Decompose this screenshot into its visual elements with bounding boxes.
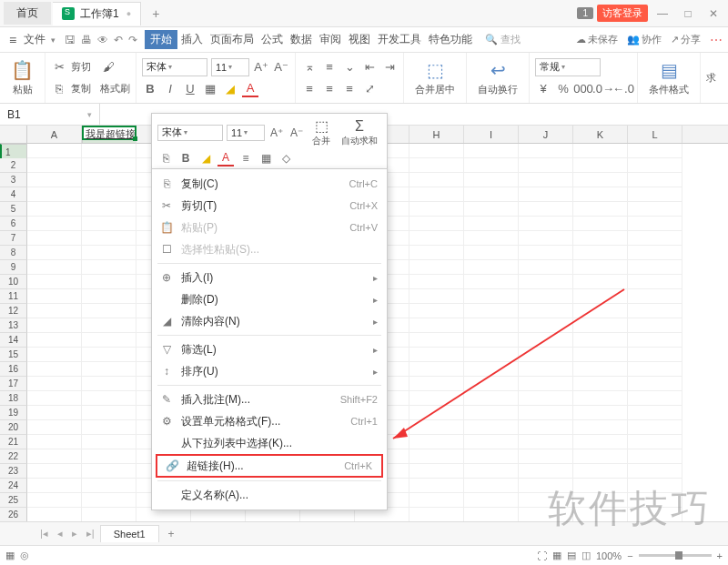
cell[interactable] <box>410 464 464 479</box>
view-reading-icon[interactable]: ◫ <box>581 550 591 561</box>
cell[interactable] <box>573 406 628 420</box>
share-button[interactable]: ↗分享 <box>671 33 701 46</box>
cell[interactable] <box>82 464 136 479</box>
cell[interactable] <box>27 173 82 187</box>
mini-autosum-button[interactable]: Σ自动求和 <box>338 118 381 147</box>
cell[interactable] <box>82 144 136 158</box>
cell[interactable] <box>82 479 136 493</box>
mini-font-size[interactable]: 11▾ <box>227 125 265 141</box>
active-cell[interactable]: 我是超链接 <box>82 126 136 140</box>
font-name-select[interactable]: 宋体▾ <box>142 58 207 76</box>
cell[interactable] <box>410 406 464 420</box>
context-menu-item[interactable]: 从下拉列表中选择(K)... <box>152 432 387 454</box>
decrease-decimal-icon[interactable]: ←.0 <box>615 81 632 97</box>
cell[interactable] <box>628 377 682 391</box>
cell[interactable] <box>410 304 464 318</box>
cell[interactable] <box>464 202 519 217</box>
row-header[interactable]: 2 <box>0 158 27 173</box>
cell[interactable] <box>410 508 464 521</box>
row-header[interactable]: 12 <box>0 304 27 318</box>
cell[interactable] <box>573 144 628 158</box>
cut-label[interactable]: 剪切 <box>71 60 91 74</box>
cell[interactable] <box>410 289 464 304</box>
cell[interactable] <box>519 260 573 275</box>
zoom-slider[interactable] <box>639 554 712 557</box>
mini-decrease-font-icon[interactable]: A⁻ <box>288 125 305 141</box>
cell[interactable] <box>27 187 82 202</box>
merge-button[interactable]: ⬚合并居中 <box>410 59 460 96</box>
cell[interactable] <box>410 187 464 202</box>
cell[interactable] <box>27 391 82 406</box>
cell[interactable] <box>410 202 464 217</box>
cell[interactable] <box>573 231 628 246</box>
cell[interactable] <box>628 275 682 289</box>
cell[interactable] <box>628 391 682 406</box>
row-header[interactable]: 21 <box>0 435 27 449</box>
cell[interactable] <box>82 318 136 333</box>
row-header[interactable]: 22 <box>0 449 27 464</box>
cell[interactable] <box>410 246 464 260</box>
format-painter-label[interactable]: 格式刷 <box>100 82 130 96</box>
cell[interactable] <box>519 348 573 362</box>
document-tab[interactable]: 工作簿1 ● <box>53 2 141 25</box>
context-menu-item[interactable]: ✂剪切(T)Ctrl+X <box>152 195 387 217</box>
cell[interactable] <box>27 479 82 493</box>
row-header[interactable]: 4 <box>0 187 27 202</box>
redo-icon[interactable]: ↷ <box>128 34 137 46</box>
context-menu-item[interactable]: ✎插入批注(M)...Shift+F2 <box>152 388 387 410</box>
status-mode-icon[interactable]: ▦ <box>5 550 15 561</box>
cell[interactable] <box>464 173 519 187</box>
context-menu-item[interactable]: ▽筛选(L)▸ <box>152 338 387 360</box>
fill-handle[interactable] <box>133 136 137 141</box>
cell[interactable] <box>27 464 82 479</box>
tab-special[interactable]: 特色功能 <box>425 30 476 49</box>
copy-label[interactable]: 复制 <box>71 82 91 96</box>
cell[interactable] <box>628 260 682 275</box>
cell[interactable] <box>573 158 628 173</box>
col-header[interactable]: H <box>410 126 464 143</box>
cell[interactable] <box>464 493 519 508</box>
context-menu-item[interactable]: ⎘复制(C)Ctrl+C <box>152 173 387 195</box>
cell[interactable] <box>82 275 136 289</box>
context-menu-item[interactable]: 删除(D)▸ <box>152 288 387 310</box>
cell[interactable] <box>27 377 82 391</box>
context-menu-item[interactable]: ↕排序(U)▸ <box>152 360 387 382</box>
cell[interactable] <box>573 464 628 479</box>
cell[interactable] <box>410 391 464 406</box>
currency-icon[interactable]: ¥ <box>535 81 551 97</box>
align-right-icon[interactable]: ≡ <box>341 81 358 97</box>
notification-badge[interactable]: 1 <box>577 7 593 19</box>
cell[interactable] <box>82 289 136 304</box>
cell[interactable] <box>573 289 628 304</box>
cell[interactable] <box>519 202 573 217</box>
hamburger-icon[interactable]: ≡ <box>5 33 20 47</box>
sheet-tab[interactable]: Sheet1 <box>100 525 159 542</box>
cell[interactable] <box>82 260 136 275</box>
cell[interactable] <box>519 333 573 348</box>
underline-icon[interactable]: U <box>182 81 198 97</box>
row-header[interactable]: 19 <box>0 406 27 420</box>
row-header[interactable]: 24 <box>0 479 27 493</box>
cell[interactable] <box>519 464 573 479</box>
cell[interactable] <box>464 246 519 260</box>
cell[interactable] <box>82 348 136 362</box>
cell[interactable] <box>519 144 573 158</box>
sheet-nav-next-icon[interactable]: ▸ <box>68 528 81 540</box>
more-icon[interactable]: ⋯ <box>710 33 723 47</box>
cell[interactable] <box>573 275 628 289</box>
cell[interactable] <box>519 420 573 435</box>
cell[interactable] <box>464 333 519 348</box>
cell[interactable] <box>628 173 682 187</box>
row-header[interactable]: 15 <box>0 348 27 362</box>
cell[interactable] <box>27 420 82 435</box>
tab-review[interactable]: 审阅 <box>316 30 345 49</box>
cell[interactable] <box>464 406 519 420</box>
unsaved-indicator[interactable]: ☁未保存 <box>576 33 618 46</box>
cell[interactable] <box>628 158 682 173</box>
cell[interactable] <box>82 158 136 173</box>
cell[interactable] <box>628 217 682 231</box>
percent-icon[interactable]: % <box>555 81 571 97</box>
doc-dropdown-icon[interactable]: ● <box>126 9 131 18</box>
decrease-font-icon[interactable]: A⁻ <box>273 59 289 76</box>
mini-increase-font-icon[interactable]: A⁺ <box>268 125 285 141</box>
